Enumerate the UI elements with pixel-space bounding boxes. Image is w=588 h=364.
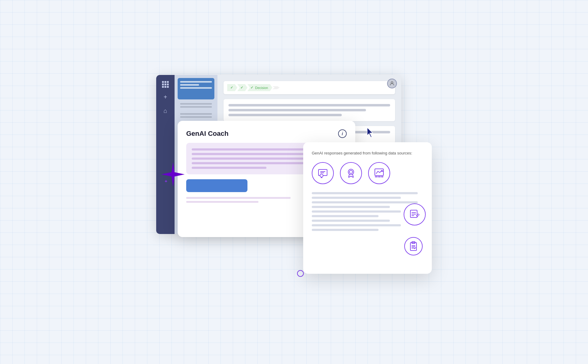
info-icon[interactable]: i bbox=[338, 129, 347, 138]
nav-item-inactive-1 bbox=[178, 101, 214, 110]
step-3-check: ✓ bbox=[251, 86, 253, 90]
svg-point-2 bbox=[320, 174, 323, 177]
svg-point-0 bbox=[391, 82, 393, 84]
content-block-1 bbox=[224, 99, 395, 121]
plus-icon[interactable]: + bbox=[164, 94, 167, 100]
chart-write-icon bbox=[404, 203, 426, 225]
datasources-panel: GenAI responses generated from following… bbox=[303, 142, 432, 274]
grid-icon[interactable] bbox=[162, 81, 169, 88]
content-line-1 bbox=[228, 104, 390, 106]
step-1: ✓ bbox=[227, 84, 237, 91]
step-2-check: ✓ bbox=[240, 86, 243, 90]
chart-icon-float bbox=[404, 203, 426, 225]
float-circle-small bbox=[297, 270, 304, 277]
datasources-icons-row bbox=[312, 162, 423, 184]
user-avatar[interactable] bbox=[387, 79, 397, 88]
home-icon[interactable]: ⌂ bbox=[164, 107, 167, 114]
coach-bottom-line-2 bbox=[186, 201, 258, 203]
content-line-3 bbox=[228, 114, 342, 116]
clipboard-icon-float bbox=[404, 237, 423, 255]
ds-line-2 bbox=[312, 197, 401, 199]
coach-line-5 bbox=[192, 167, 266, 169]
ds-line-3 bbox=[312, 201, 418, 203]
ds-line-9 bbox=[312, 229, 379, 231]
coach-bottom-line-1 bbox=[186, 197, 291, 199]
svg-point-7 bbox=[348, 169, 354, 175]
svg-point-8 bbox=[349, 170, 352, 173]
chart-icon bbox=[368, 162, 390, 184]
badge-icon bbox=[340, 162, 362, 184]
ds-line-7 bbox=[312, 220, 390, 222]
ds-line-8 bbox=[312, 224, 401, 226]
clipboard-icon bbox=[404, 237, 423, 255]
step-4 bbox=[272, 86, 280, 89]
coach-action-button[interactable] bbox=[186, 179, 247, 192]
step-1-check: ✓ bbox=[230, 86, 233, 90]
ds-line-6 bbox=[312, 215, 379, 217]
step-2: ✓ bbox=[237, 84, 247, 91]
ds-line-5 bbox=[312, 210, 401, 213]
step-3[interactable]: ✓ Decision bbox=[247, 84, 272, 91]
content-line-2 bbox=[228, 109, 366, 111]
ds-line-1 bbox=[312, 192, 418, 194]
step-3-label: Decision bbox=[255, 86, 268, 90]
certificate-icon bbox=[312, 162, 334, 184]
stepper-bar: ✓ ✓ ✓ Decision bbox=[224, 81, 395, 94]
coach-title: GenAI Coach bbox=[186, 130, 228, 138]
datasources-title: GenAI responses generated from following… bbox=[312, 151, 423, 155]
sidebar: + ⌂ bbox=[156, 75, 175, 234]
ds-line-4 bbox=[312, 206, 390, 208]
nav-item-active[interactable] bbox=[178, 78, 214, 99]
nav-item-inactive-2 bbox=[178, 111, 214, 120]
scene: + ⌂ ✓ bbox=[141, 75, 447, 289]
coach-header: GenAI Coach i bbox=[186, 129, 347, 138]
coach-line-4 bbox=[192, 162, 304, 164]
sparkle-decoration bbox=[159, 161, 187, 189]
